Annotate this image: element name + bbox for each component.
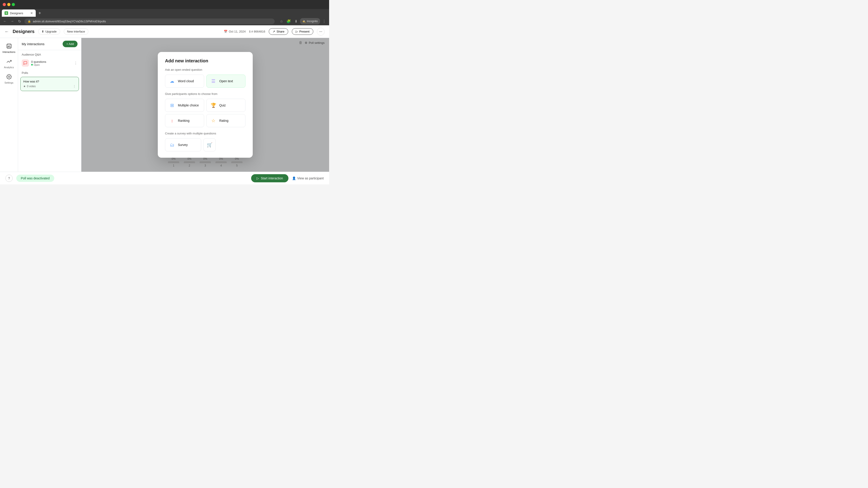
window-controls — [3, 3, 15, 6]
play-icon: ▷ — [256, 176, 259, 180]
audience-qa-item[interactable]: 0 questions Open ⋮ — [18, 58, 81, 68]
more-icon: ··· — [319, 30, 322, 34]
help-icon: ? — [8, 176, 10, 180]
present-button[interactable]: ▷ Present — [292, 28, 313, 35]
sidebar-item-analytics[interactable]: Analytics — [1, 57, 17, 70]
header-id: ℹ # 8664816 — [249, 30, 266, 33]
new-tab-button[interactable]: + — [37, 11, 43, 16]
modal-overlay[interactable]: Add new interaction Ask an open ended qu… — [81, 38, 329, 172]
svg-point-1 — [8, 76, 10, 77]
word-cloud-option[interactable]: ☁ Word cloud — [165, 74, 204, 88]
id-prefix: # — [251, 30, 253, 33]
qa-status: Open — [31, 64, 72, 66]
interactions-icon — [6, 43, 12, 50]
back-button[interactable]: ← — [2, 18, 8, 24]
qa-more-button[interactable]: ⋮ — [74, 61, 78, 65]
multiple-choice-label: Multiple choice — [178, 103, 199, 107]
interactions-label: Interactions — [2, 51, 16, 53]
incognito-badge: 🕵 Incognito — [300, 18, 320, 24]
menu-button[interactable]: ⋮ — [321, 18, 327, 24]
browser-tab[interactable]: S Designers ✕ — [2, 9, 36, 17]
more-options-button[interactable]: ··· — [317, 28, 324, 35]
view-participant-button[interactable]: 👤 View as participant — [292, 176, 324, 180]
app-back-button[interactable]: ← — [4, 29, 9, 34]
rating-icon: ☆ — [210, 117, 217, 124]
modal: Add new interaction Ask an open ended qu… — [158, 52, 253, 158]
rating-option[interactable]: ☆ Rating — [206, 114, 246, 127]
browser-actions: ☆ 🧩 ⬇ 🕵 Incognito ⋮ — [278, 18, 327, 24]
lock-icon: 🔒 — [28, 20, 31, 23]
poll-more-button[interactable]: ⋮ — [73, 85, 76, 88]
new-interface-button[interactable]: New interface — [64, 29, 88, 35]
start-interaction-label: Start interaction — [261, 176, 283, 180]
view-participant-label: View as participant — [297, 176, 324, 180]
url-bar[interactable]: 🔒 admin.sli.do/event/8GoqS3eqYCVaD6c1SPM… — [24, 19, 275, 24]
bookmark-button[interactable]: ☆ — [278, 18, 285, 24]
poll-deactivated-badge: Poll was deactivated — [16, 175, 54, 182]
open-text-icon: ☰ — [210, 77, 217, 85]
sidebar-item-settings[interactable]: Settings — [1, 72, 17, 86]
start-interaction-button[interactable]: ▷ Start interaction — [251, 174, 288, 182]
settings-label: Settings — [4, 81, 13, 84]
forward-button[interactable]: → — [9, 18, 16, 24]
sidebar-item-interactions[interactable]: Interactions — [1, 41, 17, 55]
app-main: Interactions Analytics Settings My inter… — [0, 38, 329, 172]
right-panel: 🗑 ⚙ Poll settings Results will appear be… — [81, 38, 329, 172]
add-button[interactable]: + Add — [63, 41, 78, 47]
download-button[interactable]: ⬇ — [293, 18, 299, 24]
minimize-window-button[interactable] — [7, 3, 10, 6]
multiple-choice-option[interactable]: ⊞ Multiple choice — [165, 99, 204, 112]
poll-item[interactable]: How was it? ★ 0 votes ⋮ — [20, 77, 79, 91]
open-text-option[interactable]: ☰ Open text — [206, 74, 246, 88]
id-value: 8664816 — [254, 30, 266, 33]
survey-row: 🗂 Survey 🛒 — [165, 138, 246, 151]
browser-chrome — [0, 0, 329, 9]
left-panel: My interactions + Add Audience Q&A 0 que… — [18, 38, 81, 172]
share-label: Share — [276, 30, 284, 33]
basket-option[interactable]: 🛒 — [204, 138, 216, 151]
upgrade-button[interactable]: ⬆ Upgrade — [38, 29, 60, 35]
date-text: Oct 11, 2024 — [229, 30, 246, 33]
qa-title: 0 questions — [31, 60, 72, 64]
audience-qa-section-label: Audience Q&A — [18, 50, 81, 58]
reload-button[interactable]: ↻ — [16, 18, 23, 24]
incognito-label: Incognito — [307, 20, 318, 23]
survey-section-label: Create a survey with multiple questions — [165, 132, 246, 135]
open-text-label: Open text — [219, 79, 233, 83]
quiz-icon: 🏆 — [210, 102, 217, 109]
app-title: Designers — [13, 29, 35, 34]
qa-icon — [22, 59, 29, 67]
word-cloud-icon: ☁ — [168, 77, 176, 85]
quiz-option[interactable]: 🏆 Quiz — [206, 99, 246, 112]
extension-button[interactable]: 🧩 — [285, 18, 292, 24]
analytics-icon — [6, 59, 12, 65]
hash-icon: ℹ — [249, 30, 250, 33]
share-button[interactable]: ↗ Share — [269, 28, 288, 35]
poll-item-footer: ★ 0 votes ⋮ — [23, 85, 76, 88]
ranking-option[interactable]: ↕ Ranking — [165, 114, 204, 127]
analytics-label: Analytics — [4, 66, 14, 69]
basket-icon: 🛒 — [207, 141, 213, 149]
survey-option[interactable]: 🗂 Survey — [165, 138, 201, 151]
rating-label: Rating — [219, 119, 228, 123]
ranking-icon: ↕ — [168, 117, 176, 124]
present-label: Present — [299, 30, 309, 33]
survey-label: Survey — [178, 143, 188, 147]
qa-info: 0 questions Open — [31, 60, 72, 66]
bottom-bar: ? Poll was deactivated ▷ Start interacti… — [0, 172, 329, 184]
url-text: admin.sli.do/event/8GoqS3eqYCVaD6c1SPMVo… — [33, 20, 106, 23]
present-icon: ▷ — [296, 30, 298, 33]
open-ended-grid: ☁ Word cloud ☰ Open text — [165, 74, 246, 88]
star-icon: ★ — [23, 85, 26, 88]
header-date: 📅 Oct 11, 2024 — [224, 30, 246, 33]
help-button[interactable]: ? — [5, 175, 13, 182]
app-header: ← Designers ⬆ Upgrade New interface 📅 Oc… — [0, 25, 329, 38]
ranking-label: Ranking — [178, 119, 189, 123]
left-panel-header: My interactions + Add — [18, 38, 81, 50]
tab-close-icon[interactable]: ✕ — [30, 11, 33, 15]
poll-votes: ★ 0 votes — [23, 85, 36, 88]
upgrade-label: Upgrade — [45, 30, 57, 33]
close-window-button[interactable] — [3, 3, 6, 6]
maximize-window-button[interactable] — [12, 3, 15, 6]
tab-bar: S Designers ✕ + — [0, 9, 329, 17]
